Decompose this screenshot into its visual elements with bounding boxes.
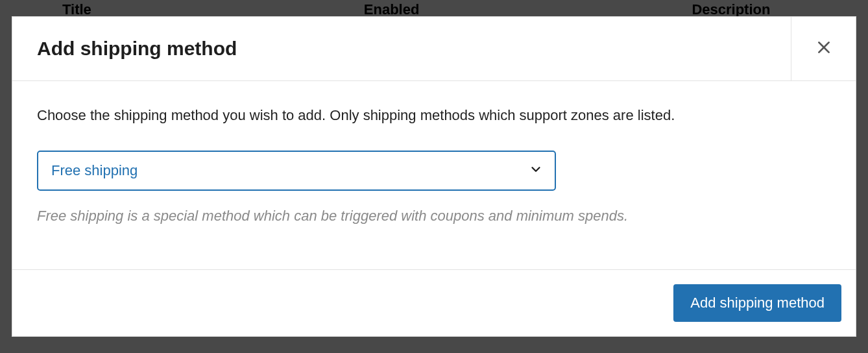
modal-title: Add shipping method xyxy=(12,38,237,60)
add-shipping-method-button[interactable]: Add shipping method xyxy=(673,284,841,322)
shipping-method-description: Free shipping is a special method which … xyxy=(37,206,831,226)
modal-footer: Add shipping method xyxy=(12,270,856,336)
modal-header: Add shipping method xyxy=(12,17,856,81)
modal-instruction-text: Choose the shipping method you wish to a… xyxy=(37,106,831,126)
close-icon xyxy=(815,39,832,58)
shipping-method-select-wrapper: Free shipping xyxy=(37,151,556,191)
modal-body: Choose the shipping method you wish to a… xyxy=(12,81,856,270)
close-button[interactable] xyxy=(791,17,856,80)
shipping-method-select[interactable]: Free shipping xyxy=(37,151,556,191)
add-shipping-method-modal: Add shipping method Choose the shipping … xyxy=(12,16,856,337)
